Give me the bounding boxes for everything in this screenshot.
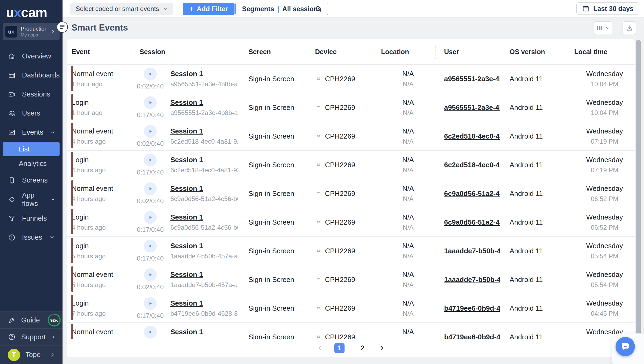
sidebar-item-events-list[interactable]: List	[3, 142, 60, 156]
table-row[interactable]: Login 4 hours ago 0:17/0:40 Session 1 6c…	[67, 208, 635, 237]
column-header-local-time[interactable]: Local time	[570, 39, 635, 65]
sidebar-item-events-analytics[interactable]: Analytics	[0, 156, 63, 171]
event-name: Login	[72, 98, 89, 107]
session-link[interactable]: Session 1	[170, 156, 238, 164]
app-logo: ux	[5, 26, 17, 38]
add-filter-button[interactable]: + Add Filter	[183, 3, 235, 15]
column-header-os-version[interactable]: OS version	[503, 39, 570, 65]
table-row[interactable]: Login 1 hour ago 0:17/0:40 Session 1 a95…	[67, 93, 635, 122]
location-cell: N/A N/A	[371, 179, 435, 208]
device-cell: CPH2269	[305, 65, 371, 93]
device-model: CPH2269	[325, 218, 355, 226]
session-link[interactable]: Session 1	[170, 299, 238, 307]
sidebar-item-screens[interactable]: Screens	[0, 171, 63, 190]
sidebar-item-funnels[interactable]: Funnels	[0, 209, 63, 228]
table-row[interactable]: Normal event 4 hours ago 0:02/0:40 Sessi…	[67, 122, 635, 151]
play-icon	[147, 329, 153, 335]
user-link[interactable]: 1aaadde7-b50b-457a-a	[444, 247, 500, 255]
screen-color-bar	[71, 238, 73, 263]
column-header-screen[interactable]: Screen	[239, 39, 305, 65]
column-header-event[interactable]: Event	[67, 39, 130, 65]
dashboards-icon	[8, 71, 16, 79]
location-cell: N/A N/A	[371, 237, 435, 265]
sidebar-item-dashboards[interactable]: Dashboards	[0, 66, 63, 85]
user-link[interactable]: a9565551-2a3e-4b8b-a	[444, 75, 500, 83]
play-button[interactable]	[144, 154, 157, 166]
table-row[interactable]: Login 5 hours ago 0:17/0:40 Session 1 1a…	[67, 237, 635, 265]
table-row[interactable]: Login 7 hours ago 0:17/0:40 Session 1 b4…	[67, 294, 635, 323]
play-button[interactable]	[144, 326, 157, 339]
date-range-button[interactable]: Last 30 days	[576, 2, 639, 15]
vertical-scrollbar[interactable]	[636, 40, 641, 363]
event-time-ago: 5 hours ago	[72, 252, 106, 260]
session-link[interactable]: Session 1	[170, 98, 238, 107]
user-link[interactable]: a9565551-2a3e-4b8b-a	[444, 103, 500, 112]
guide-progress-badge: 92%	[48, 314, 61, 326]
user-cell: 6c9a0d56-51a2-4c56-b	[435, 208, 503, 236]
pagination-next-icon[interactable]	[378, 344, 386, 352]
session-link[interactable]: Session 1	[170, 213, 238, 221]
user-link[interactable]: 6c9a0d56-51a2-4c56-b	[444, 218, 500, 226]
user-link[interactable]: b4719ee6-0b9d-4628-8	[444, 333, 500, 340]
session-link[interactable]: Session 1	[170, 127, 238, 135]
chevron-right-icon	[49, 28, 56, 35]
support-button[interactable]: Support	[0, 328, 63, 345]
app-selector[interactable]: ux Production - ... My apps	[3, 23, 60, 40]
events-select-dropdown[interactable]: Select coded or smart events	[70, 3, 173, 15]
user-link[interactable]: 1aaadde7-b50b-457a-a	[444, 276, 500, 284]
local-time-cell: Wednesday 10:04 PM	[570, 93, 635, 122]
screen-name: Sign-in Screen	[248, 103, 294, 112]
session-link[interactable]: Session 1	[170, 184, 238, 193]
pagination-page-2[interactable]: 2	[357, 343, 368, 353]
local-time: 06:52 PM	[591, 195, 619, 203]
user-link[interactable]: 6c2ed518-4ec0-4a81-9	[444, 161, 500, 169]
user-link[interactable]: b4719ee6-0b9d-4628-8	[444, 304, 500, 313]
session-link[interactable]: Session 1	[170, 328, 238, 336]
session-link[interactable]: Session 1	[170, 70, 238, 78]
sidebar-item-sessions[interactable]: Sessions	[0, 85, 63, 104]
user-menu[interactable]: T Tope	[0, 345, 63, 364]
android-icon	[315, 133, 322, 140]
sidebar-collapse-button[interactable]	[57, 21, 68, 33]
pagination-page-1[interactable]: 1	[334, 343, 345, 353]
table-row[interactable]: Login 4 hours ago 0:17/0:40 Session 1 6c…	[67, 151, 635, 179]
table-row[interactable]: Normal event 7 hours ago 0:02/0:40 Sessi…	[67, 323, 635, 339]
column-header-user[interactable]: User	[435, 39, 503, 65]
column-header-location[interactable]: Location	[371, 39, 435, 65]
play-button[interactable]	[144, 240, 157, 252]
table-row[interactable]: Normal event 5 hours ago 0:02/0:40 Sessi…	[67, 265, 635, 294]
pagination-prev-icon[interactable]	[316, 344, 324, 352]
column-header-device[interactable]: Device	[305, 39, 371, 65]
play-button[interactable]	[144, 182, 157, 195]
sidebar-item-overview[interactable]: Overview	[0, 47, 63, 66]
table-row[interactable]: Normal event 4 hours ago 0:02/0:40 Sessi…	[67, 179, 635, 208]
local-day: Wednesday	[586, 242, 623, 250]
play-button[interactable]	[144, 268, 157, 281]
local-day: Wednesday	[586, 156, 623, 164]
column-header-session[interactable]: Session	[130, 39, 239, 65]
export-button[interactable]	[623, 21, 636, 35]
play-button[interactable]	[144, 125, 157, 138]
guide-button[interactable]: Guide 92%	[0, 311, 63, 328]
android-icon	[315, 75, 322, 82]
table-body: Normal event 1 hour ago 0:02/0:40 Sessio…	[67, 65, 635, 339]
user-link[interactable]: 6c9a0d56-51a2-4c56-b	[444, 190, 500, 198]
session-link[interactable]: Session 1	[170, 270, 238, 279]
chat-launcher-button[interactable]	[616, 337, 635, 356]
table-row[interactable]: Normal event 1 hour ago 0:02/0:40 Sessio…	[67, 65, 635, 93]
play-button[interactable]	[144, 297, 157, 310]
sidebar-item-events[interactable]: Events	[0, 123, 63, 142]
user-link[interactable]: 6c2ed518-4ec0-4a81-9	[444, 132, 500, 140]
search-button[interactable]	[314, 5, 323, 13]
sidebar-item-users[interactable]: Users	[0, 104, 63, 123]
play-button[interactable]	[144, 96, 157, 109]
user-cell: b4719ee6-0b9d-4628-8	[435, 323, 503, 339]
sidebar-item-app-flows[interactable]: App flows	[0, 190, 63, 209]
session-link[interactable]: Session 1	[170, 242, 238, 250]
device-cell: CPH2269	[305, 122, 371, 150]
play-button[interactable]	[144, 68, 157, 80]
columns-config-button[interactable]	[594, 21, 612, 35]
sidebar-item-issues[interactable]: Issues	[0, 228, 63, 247]
screen-color-bar	[71, 324, 73, 339]
play-button[interactable]	[144, 211, 157, 224]
